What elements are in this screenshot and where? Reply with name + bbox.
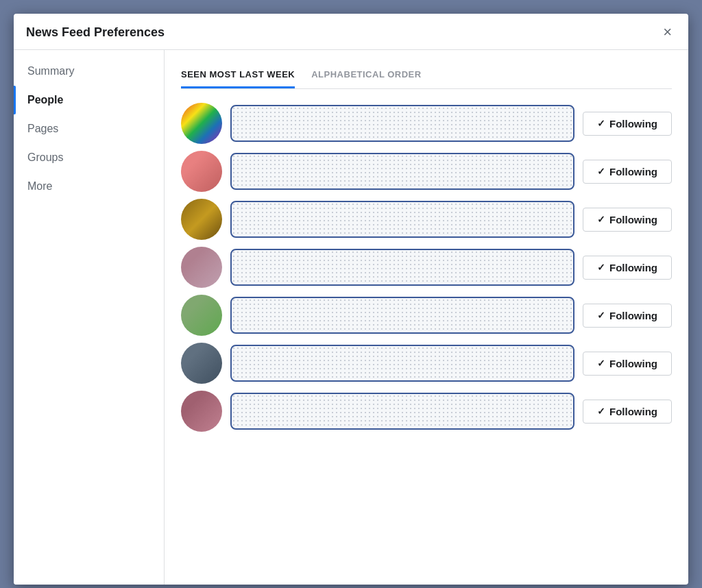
following-button[interactable]: ✓ Following xyxy=(583,400,672,424)
sidebar: Summary People Pages Groups More xyxy=(14,50,165,585)
sidebar-item-summary[interactable]: Summary xyxy=(14,57,164,86)
close-button[interactable]: × xyxy=(659,23,676,41)
person-name-box xyxy=(230,153,574,190)
check-icon: ✓ xyxy=(597,262,605,273)
following-button[interactable]: ✓ Following xyxy=(583,112,672,136)
following-button[interactable]: ✓ Following xyxy=(583,352,672,376)
person-name-box xyxy=(230,105,574,142)
list-item: ✓ Following xyxy=(181,103,672,144)
person-name-box xyxy=(230,345,574,382)
avatar xyxy=(181,247,222,288)
list-item: ✓ Following xyxy=(181,295,672,336)
following-button[interactable]: ✓ Following xyxy=(583,208,672,232)
list-item: ✓ Following xyxy=(181,391,672,432)
modal-body: Summary People Pages Groups More SEEN MO… xyxy=(14,50,688,585)
check-icon: ✓ xyxy=(597,358,605,369)
person-name-box xyxy=(230,249,574,286)
person-name-box xyxy=(230,297,574,334)
avatar xyxy=(181,343,222,384)
tab-seen-most[interactable]: SEEN MOST LAST WEEK xyxy=(181,64,295,88)
tab-alphabetical[interactable]: ALPHABETICAL ORDER xyxy=(311,64,421,88)
sidebar-item-groups[interactable]: Groups xyxy=(14,143,164,172)
list-item: ✓ Following xyxy=(181,151,672,192)
sidebar-item-pages[interactable]: Pages xyxy=(14,114,164,143)
sidebar-item-more[interactable]: More xyxy=(14,172,164,201)
list-item: ✓ Following xyxy=(181,199,672,240)
people-list: ✓ Following ✓ Following ✓ xyxy=(181,103,672,432)
list-item: ✓ Following xyxy=(181,247,672,288)
avatar xyxy=(181,391,222,432)
check-icon: ✓ xyxy=(597,214,605,225)
following-button[interactable]: ✓ Following xyxy=(583,304,672,328)
person-name-box xyxy=(230,201,574,238)
following-button[interactable]: ✓ Following xyxy=(583,256,672,280)
person-name-box xyxy=(230,393,574,430)
check-icon: ✓ xyxy=(597,406,605,417)
avatar xyxy=(181,295,222,336)
check-icon: ✓ xyxy=(597,310,605,321)
sidebar-item-people[interactable]: People xyxy=(14,86,164,114)
modal-title: News Feed Preferences xyxy=(26,25,165,40)
avatar xyxy=(181,103,222,144)
check-icon: ✓ xyxy=(597,118,605,129)
modal-header: News Feed Preferences × xyxy=(14,14,688,50)
news-feed-preferences-modal: News Feed Preferences × Summary People P… xyxy=(14,14,688,585)
main-content: SEEN MOST LAST WEEK ALPHABETICAL ORDER ✓… xyxy=(165,50,688,585)
check-icon: ✓ xyxy=(597,166,605,177)
tabs-bar: SEEN MOST LAST WEEK ALPHABETICAL ORDER xyxy=(181,64,672,89)
list-item: ✓ Following xyxy=(181,343,672,384)
following-button[interactable]: ✓ Following xyxy=(583,160,672,184)
avatar xyxy=(181,199,222,240)
avatar xyxy=(181,151,222,192)
